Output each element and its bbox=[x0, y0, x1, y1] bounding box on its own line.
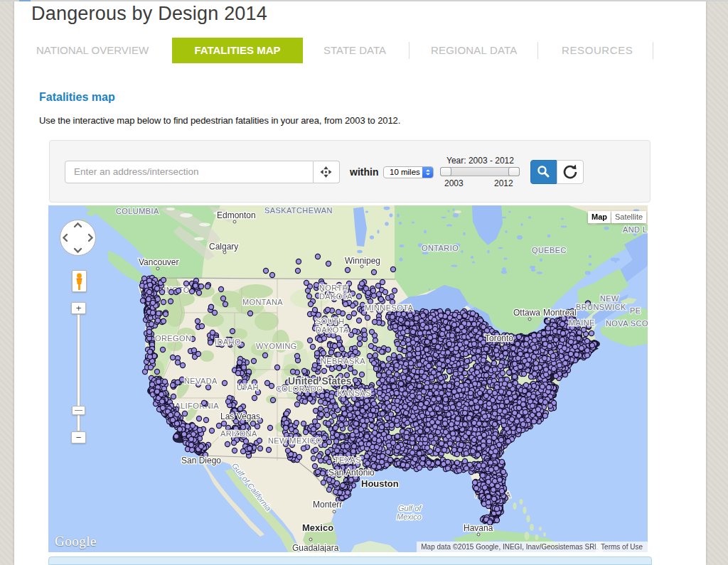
svg-text:Gulf of: Gulf of bbox=[398, 504, 422, 512]
svg-text:NEVADA: NEVADA bbox=[184, 377, 218, 385]
svg-text:Winnipeg: Winnipeg bbox=[345, 256, 380, 266]
svg-text:Calgary: Calgary bbox=[209, 242, 238, 252]
svg-text:IDAHO: IDAHO bbox=[215, 338, 241, 346]
svg-text:Las Vegas: Las Vegas bbox=[220, 411, 260, 421]
svg-text:Mexico: Mexico bbox=[397, 512, 422, 521]
svg-text:DAKOTA: DAKOTA bbox=[319, 292, 353, 301]
svg-text:Monterr: Monterr bbox=[313, 500, 342, 510]
svg-text:OREGON: OREGON bbox=[155, 334, 191, 343]
svg-text:SOUTH: SOUTH bbox=[316, 317, 345, 325]
svg-text:NOVA SCO: NOVA SCO bbox=[606, 319, 648, 328]
svg-text:ARIZONA: ARIZONA bbox=[220, 429, 257, 438]
svg-text:UTAH: UTAH bbox=[237, 383, 259, 392]
svg-text:COLUMBIA: COLUMBIA bbox=[116, 207, 159, 215]
svg-text:San Antonio: San Antonio bbox=[328, 468, 375, 478]
svg-text:TEXAS: TEXAS bbox=[334, 456, 361, 464]
svg-text:Montreal: Montreal bbox=[543, 308, 577, 318]
svg-text:QUEBEC: QUEBEC bbox=[532, 246, 567, 254]
svg-text:AND L: AND L bbox=[623, 225, 647, 234]
svg-text:United States: United States bbox=[288, 375, 352, 387]
svg-text:Mexico: Mexico bbox=[302, 522, 333, 533]
svg-text:MAINE: MAINE bbox=[569, 318, 595, 327]
svg-text:Vancouver: Vancouver bbox=[139, 257, 178, 267]
svg-text:ONTARIO: ONTARIO bbox=[422, 244, 459, 252]
svg-text:Edmonton: Edmonton bbox=[217, 210, 256, 220]
svg-text:NEW MEXICO: NEW MEXICO bbox=[268, 436, 322, 445]
svg-text:KANSAS: KANSAS bbox=[338, 389, 371, 397]
svg-text:MONTANA: MONTANA bbox=[242, 298, 283, 306]
svg-text:MINNESOTA: MINNESOTA bbox=[365, 303, 413, 312]
svg-text:Guadalajara: Guadalajara bbox=[292, 543, 339, 552]
svg-text:BRUNSWICK: BRUNSWICK bbox=[576, 303, 626, 311]
svg-text:NORTH: NORTH bbox=[319, 284, 348, 292]
svg-text:Havana: Havana bbox=[464, 523, 493, 533]
svg-text:Houston: Houston bbox=[361, 478, 399, 489]
svg-text:Ottawa: Ottawa bbox=[513, 308, 540, 318]
svg-text:San Diego: San Diego bbox=[181, 456, 221, 466]
svg-text:DAKOTA: DAKOTA bbox=[316, 325, 349, 334]
svg-text:NEBRASKA: NEBRASKA bbox=[321, 357, 365, 365]
svg-text:WYOMING: WYOMING bbox=[256, 342, 297, 350]
svg-text:Toronto: Toronto bbox=[485, 333, 513, 343]
svg-text:PE: PE bbox=[630, 306, 641, 315]
svg-text:NEW: NEW bbox=[600, 294, 619, 303]
svg-text:SASKATCHEWAN: SASKATCHEWAN bbox=[264, 206, 333, 215]
